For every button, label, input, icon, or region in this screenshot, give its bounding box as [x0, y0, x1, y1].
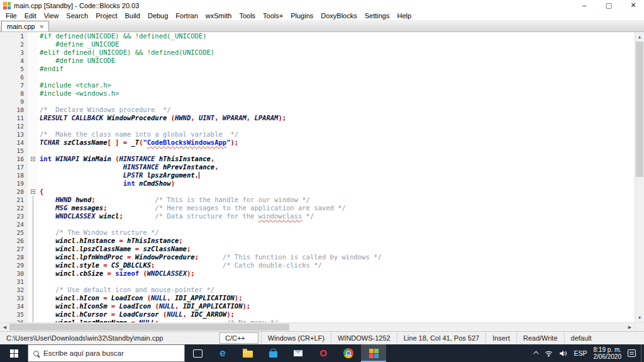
code-line-32[interactable]: 32 /* Use default icon and mouse-pointer… [0, 286, 635, 294]
horizontal-scroll-thumb[interactable] [9, 324, 289, 331]
edge-button[interactable] [210, 344, 235, 362]
menu-project[interactable]: Project [92, 12, 121, 20]
line-number[interactable]: 22 [0, 204, 28, 212]
code-line-28[interactable]: 28 wincl.lpfnWndProc = WindowProcedure; … [0, 253, 635, 261]
code-line-18[interactable]: 18 LPSTR lpszArgument, [0, 171, 635, 179]
opera-button[interactable] [311, 344, 336, 362]
code-line-1[interactable]: 1#if defined(UNICODE) && !defined(_UNICO… [0, 32, 635, 40]
line-number[interactable]: 11 [0, 114, 28, 122]
store-button[interactable] [260, 344, 286, 362]
menu-tools[interactable]: Tools [235, 12, 259, 20]
line-number[interactable]: 15 [0, 147, 28, 155]
code-line-34[interactable]: 34 wincl.hIconSm = LoadIcon (NULL, IDI_A… [0, 302, 635, 310]
line-number[interactable]: 6 [0, 73, 28, 81]
line-number[interactable]: 29 [0, 261, 28, 269]
menu-view[interactable]: View [40, 12, 63, 20]
start-button[interactable] [0, 344, 28, 362]
code-line-10[interactable]: 10/* Declare Windows procedure */ [0, 106, 635, 114]
line-number[interactable]: 2 [0, 40, 28, 48]
chrome-button[interactable] [336, 344, 361, 362]
codeblocks-taskbar-button[interactable] [361, 344, 386, 362]
code-line-26[interactable]: 26 wincl.hInstance = hThisInstance; [0, 237, 635, 245]
close-button[interactable]: ✕ [623, 0, 644, 11]
menu-build[interactable]: Build [121, 12, 143, 20]
line-number[interactable]: 23 [0, 212, 28, 220]
line-number[interactable]: 20 [0, 188, 28, 196]
line-number[interactable]: 32 [0, 286, 28, 294]
code-line-6[interactable]: 6 [0, 73, 635, 81]
vertical-scrollbar[interactable] [635, 32, 644, 322]
menu-search[interactable]: Search [62, 12, 92, 20]
scroll-right-icon[interactable] [625, 323, 635, 331]
code-line-29[interactable]: 29 wincl.style = CS_DBLCLKS; /* Catch do… [0, 261, 635, 269]
code-line-12[interactable]: 12 [0, 122, 635, 130]
code-line-7[interactable]: 7#include <tchar.h> [0, 81, 635, 89]
line-number[interactable]: 30 [0, 269, 28, 278]
minimize-button[interactable]: – [574, 0, 595, 11]
code-line-19[interactable]: 19 int nCmdShow) [0, 179, 635, 188]
horizontal-scrollbar[interactable] [0, 322, 644, 331]
clock[interactable]: 8:19 p. m. 2/06/2020 [594, 346, 622, 360]
line-number[interactable]: 33 [0, 294, 28, 302]
line-number[interactable]: 5 [0, 65, 28, 73]
line-number[interactable]: 18 [0, 171, 28, 179]
line-number[interactable]: 31 [0, 278, 28, 286]
show-desktop-button[interactable] [641, 344, 644, 362]
line-number[interactable]: 27 [0, 245, 28, 253]
line-number[interactable]: 4 [0, 57, 28, 65]
code-line-23[interactable]: 23 WNDCLASSEX wincl; /* Data structure f… [0, 212, 635, 220]
code-line-5[interactable]: 5#endif [0, 65, 635, 73]
line-number[interactable]: 7 [0, 81, 28, 89]
line-number[interactable]: 13 [0, 130, 28, 139]
code-line-16[interactable]: 16int WINAPI WinMain (HINSTANCE hThisIns… [0, 155, 635, 163]
scroll-up-icon[interactable] [635, 32, 644, 42]
mail-button[interactable] [286, 344, 311, 362]
menu-wxsmith[interactable]: wxSmith [202, 12, 236, 20]
tab-close-icon[interactable]: ✕ [40, 24, 44, 30]
code-line-14[interactable]: 14TCHAR szClassName[ ] = _T("CodeBlocksW… [0, 139, 635, 147]
menu-help[interactable]: Help [393, 12, 415, 20]
code-line-21[interactable]: 21 HWND hwnd; /* This is the handle for … [0, 196, 635, 204]
line-number[interactable]: 24 [0, 220, 28, 229]
network-icon[interactable] [545, 350, 553, 357]
line-number[interactable]: 34 [0, 302, 28, 310]
code-editor[interactable]: 1#if defined(UNICODE) && !defined(_UNICO… [0, 32, 644, 322]
code-line-35[interactable]: 35 wincl.hCursor = LoadCursor (NULL, IDC… [0, 310, 635, 319]
menu-edit[interactable]: Edit [21, 12, 40, 20]
fold-marker-icon[interactable] [28, 188, 38, 196]
line-number[interactable]: 16 [0, 155, 28, 163]
line-number[interactable]: 14 [0, 139, 28, 147]
code-line-3[interactable]: 3#elif defined(_UNICODE) && !defined(UNI… [0, 48, 635, 57]
line-number[interactable]: 12 [0, 122, 28, 130]
line-number[interactable]: 10 [0, 106, 28, 114]
file-explorer-button[interactable] [235, 344, 260, 362]
scroll-left-icon[interactable] [0, 323, 9, 331]
code-line-15[interactable]: 15 [0, 147, 635, 155]
menu-doxyblocks[interactable]: DoxyBlocks [317, 12, 360, 20]
maximize-button[interactable]: ▢ [598, 0, 619, 11]
code-line-9[interactable]: 9 [0, 98, 635, 106]
code-area[interactable]: 1#if defined(UNICODE) && !defined(_UNICO… [0, 32, 635, 322]
code-line-31[interactable]: 31 [0, 278, 635, 286]
search-input[interactable] [43, 349, 179, 357]
line-number[interactable]: 21 [0, 196, 28, 204]
code-line-11[interactable]: 11LRESULT CALLBACK WindowProcedure (HWND… [0, 114, 635, 122]
code-line-30[interactable]: 30 wincl.cbSize = sizeof (WNDCLASSEX); [0, 269, 635, 278]
code-line-13[interactable]: 13/* Make the class name into a global v… [0, 130, 635, 139]
code-line-2[interactable]: 2 #define _UNICODE [0, 40, 635, 48]
action-center-icon[interactable] [628, 349, 636, 357]
scroll-down-icon[interactable] [635, 313, 644, 322]
code-line-17[interactable]: 17 HINSTANCE hPrevInstance, [0, 163, 635, 171]
code-line-8[interactable]: 8#include <windows.h> [0, 89, 635, 98]
menu-fortran[interactable]: Fortran [172, 12, 201, 20]
code-line-25[interactable]: 25 /* The Window structure */ [0, 229, 635, 237]
code-line-33[interactable]: 33 wincl.hIcon = LoadIcon (NULL, IDI_APP… [0, 294, 635, 302]
code-line-4[interactable]: 4 #define UNICODE [0, 57, 635, 65]
line-number[interactable]: 8 [0, 89, 28, 98]
line-number[interactable]: 1 [0, 32, 28, 40]
code-line-20[interactable]: 20{ [0, 188, 635, 196]
tray-expand-icon[interactable] [534, 351, 539, 356]
menu-plugins[interactable]: Plugins [287, 12, 317, 20]
code-line-27[interactable]: 27 wincl.lpszClassName = szClassName; [0, 245, 635, 253]
code-line-24[interactable]: 24 [0, 220, 635, 229]
